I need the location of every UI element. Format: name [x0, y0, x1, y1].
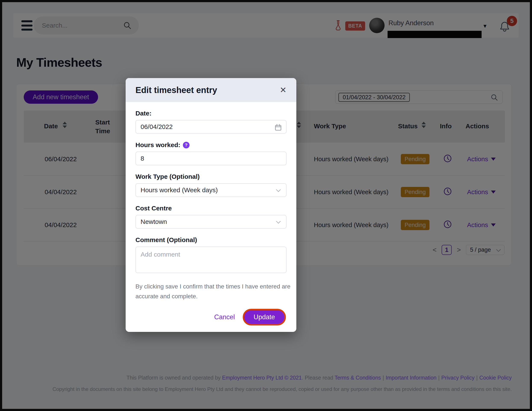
comment-field [135, 246, 286, 273]
screen: BETA Ruby Anderson ▼ 5 My Timesheets Add… [0, 0, 532, 411]
edit-timesheet-modal: Edit timesheet entry ✕ Date: Hours worke… [126, 78, 296, 332]
comment-label: Comment (Optional) [135, 236, 286, 244]
work-type-select[interactable]: Hours worked (Week days) [135, 183, 286, 197]
chevron-down-icon [276, 220, 281, 224]
cost-centre-value: Newtown [141, 218, 167, 225]
work-type-label: Work Type (Optional) [135, 173, 286, 180]
timesheets-page: BETA Ruby Anderson ▼ 5 My Timesheets Add… [2, 2, 530, 409]
hours-field [135, 152, 286, 165]
work-type-value: Hours worked (Week days) [141, 186, 218, 194]
calendar-icon[interactable] [275, 124, 282, 132]
cost-centre-select[interactable]: Newtown [135, 215, 286, 229]
hours-input[interactable] [136, 155, 273, 162]
date-input[interactable] [136, 123, 273, 130]
cost-centre-label: Cost Centre [135, 205, 286, 212]
modal-actions: Cancel Update [135, 310, 286, 324]
close-icon[interactable]: ✕ [280, 85, 286, 95]
hours-worked-label: Hours worked: ? [135, 141, 286, 149]
confirmation-disclaimer: By clicking save I confirm that the time… [135, 282, 294, 301]
date-label: Date: [135, 110, 286, 117]
date-field [135, 120, 286, 134]
chevron-down-icon [276, 188, 281, 193]
cancel-button[interactable]: Cancel [214, 313, 235, 321]
modal-header: Edit timesheet entry ✕ [126, 78, 296, 102]
update-button[interactable]: Update [244, 310, 284, 324]
modal-body: Date: Hours worked: ? Work Type (Optiona… [126, 102, 296, 324]
help-icon[interactable]: ? [183, 142, 190, 148]
modal-title: Edit timesheet entry [135, 85, 217, 95]
comment-textarea[interactable] [136, 247, 286, 273]
